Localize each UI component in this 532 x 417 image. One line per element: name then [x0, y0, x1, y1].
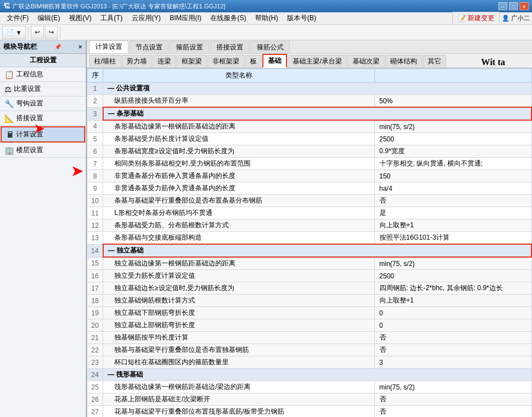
tab-shear-wall[interactable]: 剪力墙 [122, 55, 152, 67]
nav-item-splice[interactable]: 📐 搭接设置 [0, 111, 86, 126]
tab-link-beam[interactable]: 连梁 [152, 55, 176, 67]
menu-item-file[interactable]: 文件(F) [2, 12, 33, 24]
menu-item-bim[interactable]: BIM应用(I) [165, 12, 206, 24]
table-row[interactable]: 26 花基上部钢筋是基础主/次梁断开 否 [87, 393, 532, 406]
tab-frame-beam[interactable]: 框架梁 [177, 55, 207, 67]
close-btn[interactable]: ✕ [520, 2, 529, 10]
redo-btn[interactable]: ↪ [45, 26, 58, 39]
data-table-container: 序 类型名称 1 — 公共设置项 2 纵筋搭接接头错开百 [87, 68, 532, 417]
table-row[interactable]: 17 独立基础边长≥设定值时,受力钢筋长度为 四周钢筋: 边长-2*bhc, 其… [87, 282, 532, 295]
menu-item-online[interactable]: 在线服务(S) [206, 12, 251, 24]
nav-label-floor: 楼层设置 [16, 145, 43, 155]
row-value[interactable]: 四周钢筋: 边长-2*bhc, 其余钢筋: 0.9*边长 [374, 282, 531, 295]
row-value[interactable]: 50% [374, 95, 531, 108]
maximize-btn[interactable]: □ [509, 2, 518, 10]
table-row[interactable]: 10 条基与基础梁平行重叠部位是否布置条基分布钢筋 否 [87, 195, 532, 207]
row-value[interactable]: 否 [374, 406, 531, 418]
table-row[interactable]: 27 花基与基础梁平行重叠部位布置筏形基底筋/板带受力钢筋 否 [87, 406, 532, 418]
nav-item-floor[interactable]: 🏢 楼层设置 [0, 143, 86, 158]
menu-item-tools[interactable]: 工具(T) [96, 12, 127, 24]
row-name: 独立受力筋长度计算设定值 [103, 270, 375, 282]
menu-bar: 文件(F) 编辑(E) 视图(V) 工具(T) 云应用(Y) BIM应用(I) … [0, 12, 532, 25]
table-row-section-strip[interactable]: 3 — 条形基础 [87, 107, 532, 120]
row-value[interactable]: 否 [374, 344, 531, 356]
tab-foundation-main-beam[interactable]: 基础主梁/承台梁 [288, 55, 346, 67]
row-value[interactable]: 0 [374, 307, 531, 319]
row-value[interactable]: 否 [374, 332, 531, 344]
table-row[interactable]: 11 L形相交时条基分布钢筋均不贯通 是 [87, 207, 532, 219]
tab-other[interactable]: 其它 [423, 55, 446, 67]
table-row[interactable]: 2 纵筋搭接接头错开百分率 50% [87, 95, 532, 108]
row-value[interactable]: 否 [374, 195, 531, 207]
table-row[interactable]: 18 独立基础钢筋根数计算方式 向上取整+1 [87, 295, 532, 307]
nav-item-hook[interactable]: 🔧 弯钩设置 [0, 97, 86, 111]
tab-column[interactable]: 柱/墙柱 [89, 55, 121, 67]
table-row[interactable]: 4 条形基础边缘第一根钢筋距基础边的距离 min(75, s/2) [87, 120, 532, 133]
table-row[interactable]: 13 条形基础与交接底板端部构造 按照平法16G101-3计算 [87, 232, 532, 245]
table-row-section-isolated[interactable]: 14 — 独立基础 [87, 244, 532, 257]
tab-calc-settings[interactable]: 计算设置 [89, 40, 128, 53]
table-row[interactable]: 16 独立受力筋长度计算设定值 2500 [87, 270, 532, 282]
new-change-icon: 📝 [457, 15, 466, 22]
nav-item-calc-settings[interactable]: 🖩 计算设置 [1, 126, 85, 143]
tab-splice-settings[interactable]: 搭接设置 [210, 41, 249, 53]
tab-foundation-sub-beam[interactable]: 基础次梁 [348, 55, 385, 67]
new-btn[interactable]: 📄 ▼ [2, 26, 26, 39]
row-value[interactable]: 2500 [374, 270, 531, 282]
username: 广小二 [511, 14, 530, 22]
minimize-btn[interactable]: ─ [498, 2, 507, 10]
row-value[interactable]: 是 [374, 207, 531, 219]
nav-item-engineering-info[interactable]: 📋 工程信息 [0, 67, 86, 82]
row-value[interactable]: ha/4 [374, 182, 531, 195]
table-row[interactable]: 9 非贯通条基受力筋伸入贯通条基内的长度 ha/4 [87, 182, 532, 195]
row-value[interactable]: 向上取整+1 [374, 219, 531, 232]
table-row[interactable]: 23 杯口短柱在基础圈围区内的箍筋数量里 3 [87, 356, 532, 369]
table-row[interactable]: 6 条形基础宽度≥设定值时,受力钢筋长度为 0.9*宽度 [87, 145, 532, 158]
row-value[interactable]: 0 [374, 319, 531, 332]
tab-node-settings[interactable]: 节点设置 [129, 41, 169, 53]
row-value[interactable]: min(75, s/2) [374, 257, 531, 270]
table-row[interactable]: 22 独基与基础梁平行重叠部位是否布置独基钢筋 否 [87, 344, 532, 356]
tab-masonry[interactable]: 砌体结构 [385, 55, 422, 67]
tab-non-frame-beam[interactable]: 非框架梁 [207, 55, 244, 67]
row-value[interactable]: 按照平法16G101-3计算 [374, 232, 531, 245]
table-row-section-raft[interactable]: 24 — 筏形基础 [87, 369, 532, 381]
table-row[interactable]: 20 独立基础上部钢筋弯折长度 0 [87, 319, 532, 332]
row-name: 条形基础与交接底板端部构造 [103, 232, 375, 245]
row-name: 纵筋搭接接头错开百分率 [103, 95, 375, 108]
menu-item-edit[interactable]: 编辑(E) [33, 12, 64, 24]
tab-stirrup-formula[interactable]: 箍筋公式 [251, 41, 290, 53]
table-row[interactable]: 19 独立基础下部钢筋弯折长度 0 [87, 307, 532, 319]
table-row[interactable]: 21 独基钢筋按平均长度计算 否 [87, 332, 532, 344]
menu-item-cloud[interactable]: 云应用(Y) [127, 12, 165, 24]
row-value[interactable]: 0.9*宽度 [374, 145, 531, 158]
menu-item-view[interactable]: 视图(V) [64, 12, 96, 24]
toolbar-sep2 [60, 27, 61, 38]
sidebar-pin-btn[interactable]: 📌 [54, 44, 61, 50]
nav-item-density[interactable]: ⚖ 比重设置 [0, 82, 86, 97]
table-row[interactable]: 1 — 公共设置项 [87, 83, 532, 95]
table-row[interactable]: 25 筏形基础边缘第一根钢筋距基础边/梁边的距离 min(75, s/2) [87, 381, 532, 393]
tab-stirrup-settings[interactable]: 箍筋设置 [170, 41, 209, 53]
tab-slab[interactable]: 板 [245, 55, 262, 67]
menu-item-help[interactable]: 帮助(H) [251, 12, 283, 24]
undo-btn[interactable]: ↩ [31, 26, 44, 39]
row-value[interactable]: min(75, s/2) [374, 381, 531, 393]
row-value[interactable]: 3 [374, 356, 531, 369]
row-num: 3 [87, 107, 103, 120]
row-value[interactable]: 150 [374, 170, 531, 182]
table-row[interactable]: 12 条形基础受力筋、分布筋根数计算方式 向上取整+1 [87, 219, 532, 232]
table-row[interactable]: 7 相同类别条形基础相交时,受力钢筋的布置范围 十字形相交, 纵向贯通, 横向不… [87, 158, 532, 170]
table-row[interactable]: 15 独立基础边缘第一根钢筋距基础边的距离 min(75, s/2) [87, 257, 532, 270]
row-value[interactable]: min(75, s/2) [374, 120, 531, 133]
tab-foundation[interactable]: 基础 [262, 54, 287, 68]
table-row[interactable]: 5 条形基础受力筋长度计算设定值 2500 [87, 133, 532, 145]
new-change-btn[interactable]: 📝 新建变更 [452, 12, 499, 25]
menu-item-version[interactable]: 版本号(B) [283, 12, 321, 24]
row-value[interactable]: 否 [374, 393, 531, 406]
row-value[interactable]: 向上取整+1 [374, 295, 531, 307]
row-value[interactable]: 十字形相交, 纵向贯通, 横向不贯通; [374, 158, 531, 170]
sidebar-close-btn[interactable]: ✕ [78, 44, 82, 50]
table-row[interactable]: 8 非贯通条基分布筋伸入贯通条基内的长度 150 [87, 170, 532, 182]
row-value[interactable]: 2500 [374, 133, 531, 145]
